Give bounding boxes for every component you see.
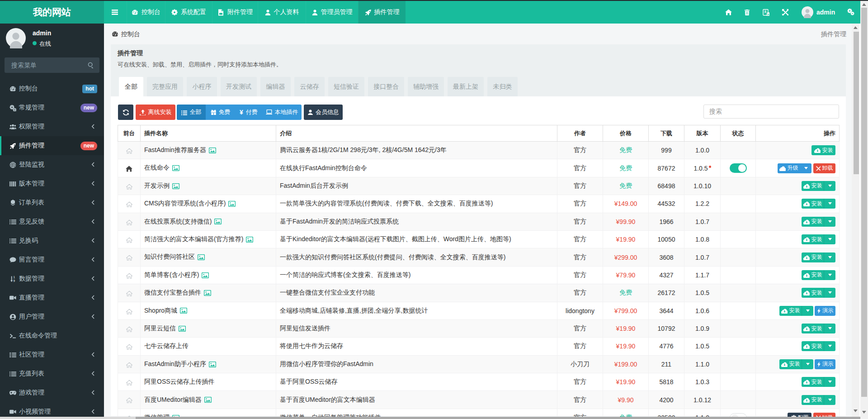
svg-text:文: 文 <box>763 10 767 13</box>
svg-text:1: 1 <box>14 276 15 279</box>
svg-text:9: 9 <box>14 279 15 282</box>
svg-text:A: A <box>767 13 769 15</box>
